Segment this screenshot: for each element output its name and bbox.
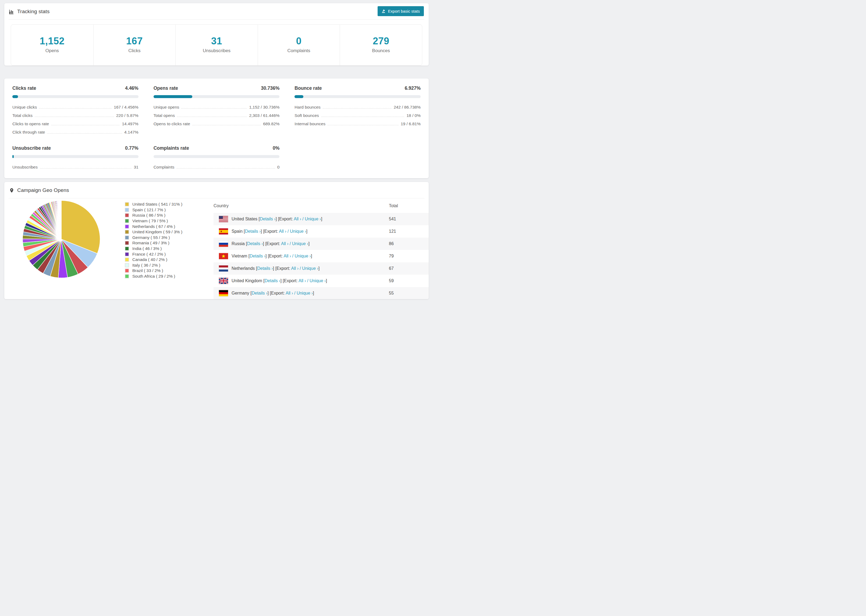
rate-row-label: Unique clicks bbox=[13, 105, 37, 110]
country-total: 55 bbox=[389, 287, 429, 299]
rate-row-label: Click through rate bbox=[13, 130, 45, 135]
legend-label: Brazil ( 33 / 2% ) bbox=[132, 268, 163, 273]
legend-label: Romania ( 49 / 3% ) bbox=[132, 240, 169, 245]
legend-swatch bbox=[125, 274, 129, 278]
country-flag-icon bbox=[219, 240, 228, 247]
legend-item: France ( 42 / 2% ) bbox=[125, 251, 197, 257]
legend-label: United States ( 541 / 31% ) bbox=[132, 202, 182, 207]
legend-swatch bbox=[125, 230, 129, 234]
export-unique-link[interactable]: Unique › bbox=[310, 278, 326, 283]
rate-row-value: 31 bbox=[134, 165, 138, 170]
export-all-link[interactable]: All › bbox=[291, 266, 299, 271]
legend-item: Romania ( 49 / 3% ) bbox=[125, 240, 197, 246]
country-total: 59 bbox=[389, 275, 429, 287]
total-column-header: Total bbox=[389, 198, 429, 213]
rate-detail-row: Unique opens 1,152 / 30.736% bbox=[154, 103, 280, 111]
legend-swatch bbox=[125, 241, 129, 245]
details-link[interactable]: Details › bbox=[250, 254, 265, 258]
rate-row-value: 1,152 / 30.736% bbox=[249, 105, 279, 110]
country-flag-icon bbox=[219, 253, 228, 259]
geo-opens-pie-chart[interactable] bbox=[22, 200, 101, 279]
rate-row-value: 220 / 5.87% bbox=[116, 113, 139, 118]
summary-stats-row: 1,152 Opens 167 Clicks 31 Unsubscribes 0… bbox=[11, 24, 422, 66]
slash-separator: / bbox=[299, 266, 302, 271]
legend-item: Italy ( 36 / 2% ) bbox=[125, 262, 197, 268]
legend-swatch bbox=[125, 225, 129, 229]
rate-row-value: 242 / 86.738% bbox=[394, 105, 420, 110]
geo-table-row[interactable]: Vietnam [Details ›] [Export: All › / Uni… bbox=[214, 250, 429, 262]
legend-label: South Africa ( 29 / 2% ) bbox=[132, 274, 175, 279]
dotted-leader bbox=[328, 125, 398, 125]
rate-row-label: Unsubscribes bbox=[13, 165, 38, 170]
legend-swatch bbox=[125, 219, 129, 223]
stat-value: 279 bbox=[340, 36, 422, 47]
export-basic-stats-button[interactable]: Export basic stats bbox=[378, 6, 424, 16]
geo-body: United States ( 541 / 31% ) Spain ( 121 … bbox=[4, 198, 429, 299]
stat-value: 31 bbox=[176, 36, 258, 47]
rate-value: 6.927% bbox=[405, 85, 420, 91]
country-links: Vietnam [Details ›] [Export: All › / Uni… bbox=[231, 254, 312, 259]
legend-item: Vietnam ( 79 / 5% ) bbox=[125, 218, 197, 224]
rate-progress-bar bbox=[13, 95, 139, 98]
export-unique-link[interactable]: Unique › bbox=[292, 241, 308, 246]
export-unique-link[interactable]: Unique › bbox=[302, 266, 318, 271]
rate-row-label: Total opens bbox=[154, 113, 175, 118]
geo-table-row[interactable]: Russia [Details ›] [Export: All › / Uniq… bbox=[214, 237, 429, 250]
export-unique-link[interactable]: Unique › bbox=[290, 229, 306, 234]
details-link[interactable]: Details › bbox=[265, 278, 280, 283]
geo-table-row[interactable]: Germany [Details ›] [Export: All › / Uni… bbox=[214, 287, 429, 299]
rate-row-value: 689.82% bbox=[263, 121, 279, 126]
details-link[interactable]: Details › bbox=[257, 266, 273, 271]
legend-swatch bbox=[125, 202, 129, 206]
details-link[interactable]: Details › bbox=[252, 291, 268, 295]
details-link[interactable]: Details › bbox=[245, 229, 261, 234]
country-links: United States [Details ›] [Export: All ›… bbox=[231, 217, 322, 222]
country-total: 541 bbox=[389, 213, 429, 225]
legend-label: Germany ( 55 / 3% ) bbox=[132, 235, 170, 240]
geo-table-row[interactable]: United Kingdom [Details ›] [Export: All … bbox=[214, 275, 429, 287]
export-all-link[interactable]: All › bbox=[286, 291, 293, 295]
details-link[interactable]: Details › bbox=[260, 217, 276, 221]
geo-table-row[interactable]: United States [Details ›] [Export: All ›… bbox=[214, 213, 429, 225]
rate-progress-fill bbox=[13, 155, 14, 158]
legend-item: Germany ( 55 / 3% ) bbox=[125, 235, 197, 240]
export-unique-link[interactable]: Unique › bbox=[305, 217, 321, 221]
page-title: Tracking stats bbox=[17, 9, 49, 14]
legend-swatch bbox=[125, 263, 129, 267]
rates-card: Clicks rate 4.46% Unique clicks 167 / 4.… bbox=[4, 79, 429, 178]
rate-detail-rows: Unique clicks 167 / 4.456% Total clicks … bbox=[13, 103, 139, 136]
rate-row-label: Soft bounces bbox=[294, 113, 319, 118]
rate-title: Opens rate bbox=[154, 85, 178, 91]
rate-detail-row: Internal bounces 19 / 6.81% bbox=[294, 119, 420, 128]
export-all-link[interactable]: All › bbox=[284, 254, 291, 258]
export-all-link[interactable]: All › bbox=[279, 229, 287, 234]
rate-detail-row: Click through rate 4.147% bbox=[13, 128, 139, 136]
details-link[interactable]: Details › bbox=[247, 241, 263, 246]
geo-table-wrap: Country Total United States [Details ›] … bbox=[214, 198, 429, 299]
geo-table-row[interactable]: Spain [Details ›] [Export: All › / Uniqu… bbox=[214, 225, 429, 237]
legend-label: Canada ( 40 / 2% ) bbox=[132, 257, 167, 262]
rate-value: 4.46% bbox=[125, 85, 139, 91]
geo-table-header-row: Country Total bbox=[214, 198, 429, 213]
rate-row-value: 19 / 6.81% bbox=[401, 121, 420, 126]
summary-stat-box: 0 Complaints bbox=[258, 25, 340, 65]
rate-title: Clicks rate bbox=[13, 85, 36, 91]
rate-detail-row: Total opens 2,303 / 61.446% bbox=[154, 111, 280, 119]
export-all-link[interactable]: All › bbox=[281, 241, 288, 246]
geo-table-row[interactable]: Netherlands [Details ›] [Export: All › /… bbox=[214, 262, 429, 275]
rate-value: 0% bbox=[273, 145, 279, 151]
rate-progress-fill bbox=[13, 95, 18, 98]
country-total: 121 bbox=[389, 225, 429, 237]
rate-row-label: Internal bounces bbox=[294, 121, 326, 126]
legend-swatch bbox=[125, 247, 129, 251]
legend-label: Spain ( 121 / 7% ) bbox=[132, 207, 166, 212]
legend-item: United States ( 541 / 31% ) bbox=[125, 201, 197, 207]
pie-legend: United States ( 541 / 31% ) Spain ( 121 … bbox=[125, 201, 197, 279]
export-unique-link[interactable]: Unique › bbox=[294, 254, 311, 258]
stat-label: Complaints bbox=[258, 48, 340, 53]
export-unique-link[interactable]: Unique › bbox=[297, 291, 313, 295]
export-all-link[interactable]: All › bbox=[294, 217, 301, 221]
export-all-link[interactable]: All › bbox=[299, 278, 306, 283]
dotted-leader bbox=[51, 125, 120, 125]
summary-stat-box: 1,152 Opens bbox=[11, 25, 93, 65]
